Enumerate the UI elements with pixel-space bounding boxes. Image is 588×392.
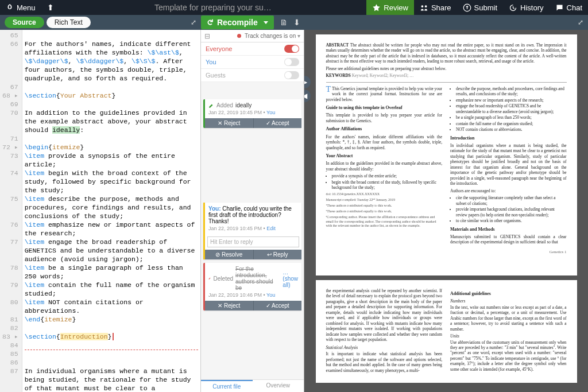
resolve-button[interactable]: ⊘ Resolve: [205, 250, 253, 259]
reply-input[interactable]: Hit Enter to reply: [207, 236, 299, 247]
code-editor[interactable]: 6566 6768 ▸6970 7172 ▸73 74 75 76 77 78 …: [0, 30, 200, 392]
toggle-you-label: You: [206, 59, 216, 65]
document-title: Template for preparing your su…: [60, 3, 367, 12]
richtext-tab[interactable]: Rich Text: [47, 17, 91, 28]
share-icon: [420, 3, 428, 12]
recompile-dropdown-icon[interactable]: [264, 21, 268, 24]
top-toolbar: Menu ⬆ Template for preparing your su… R…: [0, 0, 588, 15]
recompile-button[interactable]: ↻ Recompile: [201, 15, 274, 29]
svg-point-0: [421, 5, 423, 7]
code-area[interactable]: For the authors' names, indicate differe…: [22, 30, 200, 392]
track-status-label: Track changes is on ▾: [245, 33, 300, 39]
accept-change-button[interactable]: ✓ Accept: [253, 118, 302, 128]
pdf-pane: ▶ ◀ ABSTRACT The abstract should be writ…: [304, 30, 588, 392]
history-icon: [509, 3, 517, 12]
secondary-toolbar: Source Rich Text ⤢ ↻ Recompile 🗎 ⬇ ⤢: [0, 15, 588, 30]
submit-icon: [463, 3, 471, 12]
toggle-guests[interactable]: [284, 71, 299, 79]
toggle-guests-label: Guests: [206, 72, 226, 79]
added-change-card: Added ideally Jan 22, 2019 10:45 PM • Yo…: [203, 99, 301, 128]
pdf-page-2: the experimental analysis could be repea…: [316, 280, 577, 383]
menu-button[interactable]: Menu: [0, 0, 41, 15]
reject-delete-button[interactable]: ✕ Reject: [205, 301, 253, 311]
reply-button[interactable]: ↩ Reply: [253, 250, 302, 259]
editor-pane: 6566 6768 ▸6970 7172 ▸73 74 75 76 77 78 …: [0, 30, 201, 392]
pencil-icon: [208, 275, 211, 281]
history-button[interactable]: History: [503, 0, 549, 15]
deleted-change-card: Deleted For the introduction, authors sh…: [203, 263, 301, 311]
toggle-everyone[interactable]: [284, 45, 299, 53]
download-icon[interactable]: ⬇: [293, 18, 300, 27]
chat-button[interactable]: Chat: [550, 0, 588, 15]
logs-icon[interactable]: 🗎: [280, 18, 288, 27]
source-tab[interactable]: Source: [5, 17, 44, 28]
submit-button[interactable]: Submit: [457, 0, 503, 15]
comment-card: You: Charlie, could you write the first …: [203, 203, 301, 259]
pdf-page-1: ABSTRACT The abstract should be written …: [316, 34, 577, 275]
review-icon: [372, 3, 381, 12]
up-level-button[interactable]: ⬆: [41, 3, 60, 12]
refresh-icon: ↻: [206, 19, 215, 26]
sync-right-button[interactable]: ▶: [304, 76, 311, 88]
pencil-icon: [208, 103, 214, 108]
review-pane: ⊟ Track changes is on ▾ Everyone You Gue…: [201, 30, 304, 392]
overleaf-logo-icon: [6, 3, 14, 11]
main-area: 6566 6768 ▸6970 7172 ▸73 74 75 76 77 78 …: [0, 30, 588, 392]
reject-change-button[interactable]: ✕ Reject: [205, 118, 253, 128]
added-word: ideally: [235, 102, 252, 108]
review-button[interactable]: Review: [366, 0, 414, 15]
review-tab-overview[interactable]: Overview: [253, 380, 304, 392]
sync-left-button[interactable]: ◀: [304, 90, 311, 102]
show-all-link[interactable]: … (show all): [283, 269, 298, 288]
deleted-label: Deleted: [214, 275, 233, 282]
added-label: Added: [216, 102, 233, 108]
share-button[interactable]: Share: [414, 0, 457, 15]
toggle-you[interactable]: [284, 58, 299, 66]
comment-text: Charlie, could you write the first draft…: [208, 205, 292, 224]
edit-comment-link[interactable]: Edit: [266, 226, 276, 231]
track-tools-icon[interactable]: ⊟: [204, 32, 210, 40]
toggle-everyone-label: Everyone: [206, 45, 232, 52]
line-gutter: 6566 6768 ▸6970 7172 ▸73 74 75 76 77 78 …: [0, 30, 22, 392]
chat-icon: [555, 3, 564, 12]
expand-left-icon[interactable]: ⤢: [191, 18, 196, 26]
expand-right-icon[interactable]: ⤢: [578, 18, 583, 26]
svg-point-1: [425, 5, 427, 7]
track-status-dot: [237, 34, 241, 38]
accept-delete-button[interactable]: ✓ Accept: [253, 301, 302, 311]
deleted-words: For the introduction, authors should be: [235, 266, 280, 291]
review-tab-current[interactable]: Current file: [201, 380, 253, 392]
